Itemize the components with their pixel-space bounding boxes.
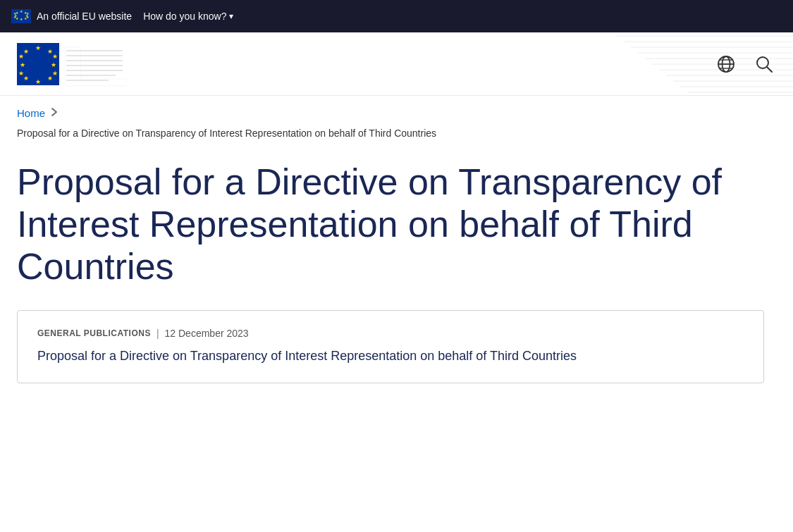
publication-meta: GENERAL PUBLICATIONS | 12 December 2023 xyxy=(37,328,744,339)
logo-area: ★ ★ ★ ★ ★ ★ ★ ★ ★ ★ ★ ★ xyxy=(17,40,126,88)
svg-text:★: ★ xyxy=(35,44,41,51)
top-bar: ★ ★ ★ ★ ★ ★ ★ ★ ★ ★ ★ ★ An official EU w… xyxy=(0,0,793,32)
publication-title[interactable]: Proposal for a Directive on Transparency… xyxy=(37,347,744,365)
header-icons xyxy=(714,52,776,76)
chevron-down-icon: ▾ xyxy=(229,11,233,21)
svg-text:★: ★ xyxy=(52,70,58,77)
svg-text:★: ★ xyxy=(23,75,29,82)
svg-text:★: ★ xyxy=(18,53,24,60)
breadcrumb: Home xyxy=(0,96,793,125)
how-do-you-know-link[interactable]: How do you know? ▾ xyxy=(143,11,233,22)
svg-text:★: ★ xyxy=(51,61,56,68)
site-header: ★ ★ ★ ★ ★ ★ ★ ★ ★ ★ ★ ★ xyxy=(0,32,793,96)
language-selector-button[interactable] xyxy=(714,52,738,76)
svg-text:★: ★ xyxy=(20,61,25,68)
svg-text:★: ★ xyxy=(35,78,41,85)
svg-text:★: ★ xyxy=(18,70,24,77)
svg-text:★: ★ xyxy=(52,53,58,60)
breadcrumb-home-link[interactable]: Home xyxy=(17,107,45,119)
search-icon xyxy=(755,55,773,73)
pub-meta-divider: | xyxy=(156,328,159,339)
globe-icon xyxy=(717,55,735,73)
page-title-area: Proposal for a Directive on Transparency… xyxy=(0,150,793,304)
page-title: Proposal for a Directive on Transparency… xyxy=(17,161,764,287)
official-eu-text: An official EU website xyxy=(37,11,132,22)
svg-line-50 xyxy=(768,67,773,72)
breadcrumb-separator xyxy=(51,107,58,119)
eu-flag-icon: ★ ★ ★ ★ ★ ★ ★ ★ ★ ★ ★ ★ xyxy=(11,9,31,23)
svg-text:★: ★ xyxy=(23,48,29,55)
breadcrumb-current-page: Proposal for a Directive on Transparency… xyxy=(0,125,793,150)
publication-date: 12 December 2023 xyxy=(165,328,249,339)
search-button[interactable] xyxy=(752,52,776,76)
svg-point-49 xyxy=(757,57,768,68)
publication-card: GENERAL PUBLICATIONS | 12 December 2023 … xyxy=(17,310,764,383)
ec-logo[interactable]: ★ ★ ★ ★ ★ ★ ★ ★ ★ ★ ★ ★ xyxy=(17,40,126,88)
publication-type: GENERAL PUBLICATIONS xyxy=(37,328,151,338)
